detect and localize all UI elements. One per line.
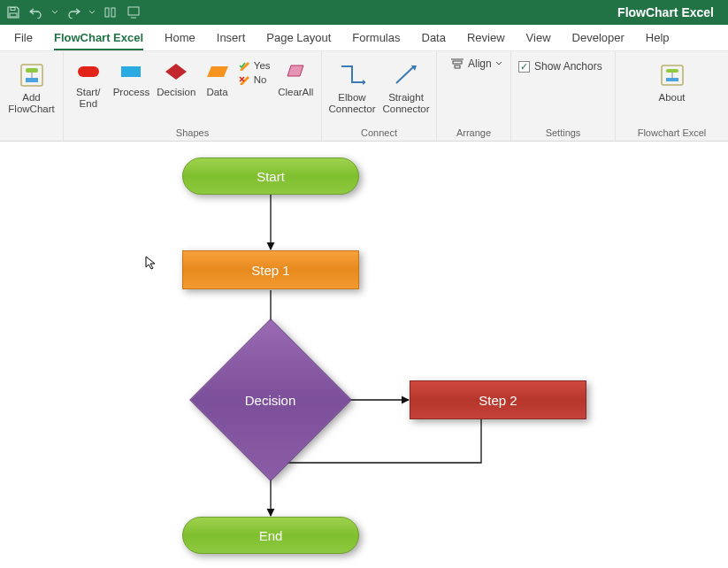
terminator-shape-icon	[77, 60, 100, 83]
svg-line-15	[396, 67, 413, 83]
svg-marker-14	[363, 80, 365, 85]
tab-formulas[interactable]: Formulas	[352, 26, 400, 50]
flowchart-decision-node[interactable]: Decision	[213, 342, 328, 457]
shapes-group-label: Shapes	[71, 127, 314, 141]
decision-label: Decision	[245, 393, 296, 408]
svg-rect-21	[666, 69, 678, 73]
data-shape-button[interactable]: Data	[203, 55, 231, 98]
svg-rect-10	[121, 66, 141, 77]
decision-shape-button[interactable]: Decision	[157, 55, 195, 98]
svg-rect-3	[111, 8, 115, 17]
svg-rect-9	[78, 66, 99, 77]
startend-shape-button[interactable]: Start/ End	[71, 55, 106, 110]
align-icon	[450, 58, 464, 70]
tab-file[interactable]: File	[14, 26, 33, 50]
add-flowchart-button[interactable]: Add FlowChart	[7, 55, 56, 115]
flowchart-end-node[interactable]: End	[182, 517, 359, 554]
qat-item-icon[interactable]	[126, 4, 142, 20]
ribbon-tabs: File FlowChart Excel Home Insert Page La…	[0, 25, 728, 51]
decision-shape-icon	[165, 60, 188, 83]
svg-rect-7	[26, 78, 38, 82]
flowchart-step2-node[interactable]: Step 2	[410, 380, 586, 419]
start-label: Start	[257, 169, 285, 184]
svg-rect-4	[128, 7, 139, 15]
svg-rect-0	[10, 13, 17, 17]
svg-rect-19	[455, 65, 460, 68]
worksheet-canvas[interactable]: Start Step 1 Decision Step 2 End	[0, 142, 728, 568]
end-label: End	[259, 528, 283, 543]
tab-view[interactable]: View	[526, 26, 551, 50]
no-label: No	[254, 74, 267, 85]
checkbox-icon: ✓	[518, 61, 530, 73]
straight-connector-button[interactable]: Straight Connector	[383, 55, 430, 115]
about-group-label: Flowchart Excel	[623, 127, 721, 141]
undo-icon[interactable]	[28, 4, 44, 20]
svg-rect-6	[26, 68, 38, 73]
flowchart-step1-node[interactable]: Step 1	[182, 250, 359, 289]
yes-label: Yes	[254, 60, 271, 71]
clearall-label: ClearAll	[278, 87, 313, 98]
svg-rect-1	[11, 8, 15, 11]
tab-flowchart-excel[interactable]: FlowChart Excel	[54, 26, 143, 50]
undo-dropdown-icon[interactable]	[51, 4, 58, 20]
straight-label: Straight Connector	[383, 92, 430, 115]
tab-page-layout[interactable]: Page Layout	[266, 26, 331, 50]
redo-icon[interactable]	[65, 4, 81, 20]
title-bar: FlowChart Excel	[0, 0, 728, 25]
group-label	[7, 127, 56, 141]
data-shape-icon	[206, 60, 229, 83]
svg-rect-18	[453, 61, 462, 64]
connectors-layer	[0, 142, 728, 568]
decision-label: Decision	[157, 87, 195, 98]
chevron-down-icon	[495, 60, 502, 67]
tab-data[interactable]: Data	[422, 26, 446, 50]
tab-developer[interactable]: Developer	[572, 26, 625, 50]
qat-item-icon[interactable]	[103, 4, 119, 20]
svg-marker-13	[287, 65, 303, 76]
flowchart-start-node[interactable]: Start	[182, 157, 359, 195]
svg-marker-11	[165, 64, 187, 80]
about-icon	[657, 60, 687, 90]
step2-label: Step 2	[479, 393, 517, 408]
clearall-button[interactable]: ClearAll	[278, 55, 314, 98]
tab-insert[interactable]: Insert	[217, 26, 246, 50]
tab-help[interactable]: Help	[646, 26, 670, 50]
elbow-connector-button[interactable]: Elbow Connector	[328, 55, 375, 115]
app-title: FlowChart Excel	[617, 5, 723, 19]
process-shape-button[interactable]: Process	[113, 55, 150, 98]
show-anchors-label: Show Anchors	[534, 60, 602, 73]
process-label: Process	[113, 87, 150, 98]
data-label: Data	[206, 87, 227, 98]
ribbon: Add FlowChart Start/ End Process	[0, 51, 728, 142]
cursor-icon	[145, 256, 159, 270]
about-label: About	[658, 92, 685, 104]
startend-label: Start/ End	[71, 87, 106, 110]
about-button[interactable]: About	[648, 55, 697, 104]
elbow-connector-icon	[337, 60, 367, 90]
flowchart-icon	[17, 60, 47, 90]
connector-yes-button[interactable]: Yes	[239, 60, 271, 71]
step1-label: Step 1	[251, 263, 289, 278]
pencil-x-icon	[239, 74, 251, 85]
tab-home[interactable]: Home	[165, 26, 195, 50]
add-flowchart-label: Add FlowChart	[7, 92, 56, 115]
redo-dropdown-icon[interactable]	[88, 4, 96, 20]
eraser-icon	[284, 60, 307, 83]
connect-group-label: Connect	[329, 127, 429, 141]
process-shape-icon	[119, 60, 142, 83]
pencil-check-icon	[239, 60, 251, 71]
connector-no-button[interactable]: No	[239, 74, 271, 85]
svg-rect-22	[666, 78, 678, 81]
tab-review[interactable]: Review	[467, 26, 505, 50]
settings-group-label: Settings	[518, 127, 608, 141]
elbow-label: Elbow Connector	[328, 92, 375, 115]
align-label: Align	[468, 58, 492, 70]
quick-access-toolbar	[5, 4, 142, 20]
svg-rect-2	[105, 8, 109, 17]
align-dropdown[interactable]: Align	[444, 55, 509, 73]
save-icon[interactable]	[5, 4, 21, 20]
straight-connector-icon	[391, 60, 421, 90]
svg-marker-12	[207, 66, 228, 77]
arrange-group-label: Arrange	[444, 127, 503, 141]
show-anchors-checkbox[interactable]: ✓ Show Anchors	[518, 55, 602, 73]
